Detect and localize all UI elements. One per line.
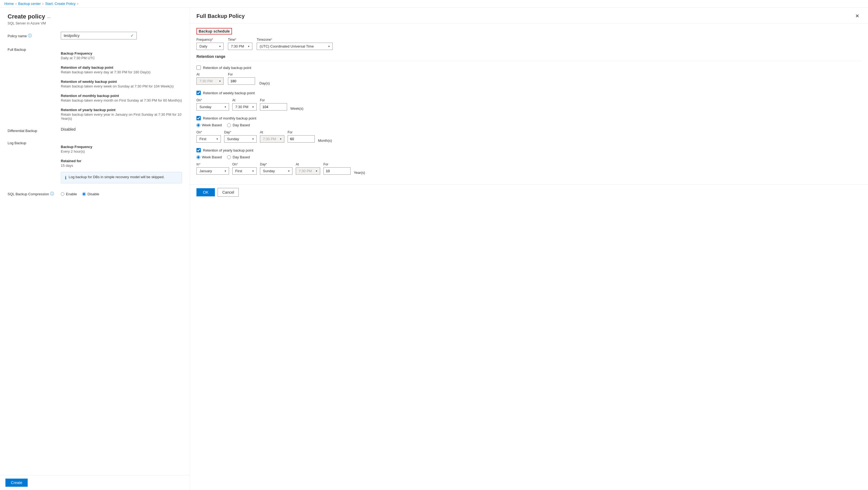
monthly-retention-fields: On* First ▾ Day* Sun <box>196 130 862 143</box>
daily-retention-fields: At 7:30 PM ▾ For 180 Day(s) <box>196 73 862 85</box>
weekly-on-dropdown[interactable]: Sunday ▾ <box>196 103 229 111</box>
monthly-retention-header: Retention of monthly backup point <box>196 116 862 120</box>
yearly-day-based-label[interactable]: Day Based <box>227 155 250 159</box>
yearly-week-based-radio[interactable] <box>196 155 200 159</box>
weekly-at-dropdown[interactable]: 7:30 PM ▾ <box>232 103 257 111</box>
disable-radio-label[interactable]: Disable <box>82 192 99 196</box>
log-backup-frequency-label: Backup Frequency <box>61 145 182 149</box>
full-backup-section: Full Backup Backup Frequency Daily at 7:… <box>8 46 182 121</box>
daily-for-input[interactable]: 180 <box>228 78 255 85</box>
full-backup-yearly-retention-label: Retention of yearly backup point <box>61 108 182 112</box>
monthly-day-based-label[interactable]: Day Based <box>227 123 250 127</box>
retention-range-label: Retention range <box>196 54 862 59</box>
yearly-day-label: Day* <box>260 163 292 166</box>
right-panel: Full Backup Policy ✕ Backup schedule Fre… <box>190 8 868 490</box>
disable-radio[interactable] <box>82 192 86 196</box>
full-backup-daily-retention-label: Retention of daily backup point <box>61 65 182 69</box>
yearly-day-value: Sunday <box>263 169 275 173</box>
yearly-day-dropdown[interactable]: Sunday ▾ <box>260 167 292 175</box>
daily-retention-item: Retention of daily backup point At 7:30 … <box>196 65 862 85</box>
frequency-label: Frequency* <box>196 38 224 41</box>
weekly-for-field: For 104 <box>260 98 287 111</box>
time-required: * <box>235 38 236 41</box>
policy-name-info-icon[interactable]: ⓘ <box>28 33 32 38</box>
yearly-retention-checkbox[interactable] <box>196 148 201 152</box>
weekly-unit: Week(s) <box>290 105 303 111</box>
breadcrumb-home[interactable]: Home <box>4 2 14 6</box>
monthly-day-required: * <box>230 131 231 134</box>
log-backup-info-text: Log backup for DBs in simple recovery mo… <box>69 175 164 179</box>
close-button[interactable]: ✕ <box>853 12 862 20</box>
yearly-at-field: At 7:30 PM ▾ <box>296 163 320 175</box>
monthly-for-input[interactable]: 60 <box>288 135 315 143</box>
policy-name-label: Policy name <box>8 34 27 38</box>
info-icon: ℹ <box>65 175 66 180</box>
weekly-retention-label: Retention of weekly backup point <box>203 91 255 95</box>
frequency-field-group: Frequency* Daily ▾ <box>196 38 224 50</box>
cancel-button[interactable]: Cancel <box>218 188 239 197</box>
sql-compression-label: SQL Backup Compression <box>8 192 49 196</box>
create-button[interactable]: Create <box>5 479 28 487</box>
timezone-dropdown[interactable]: (UTC) Coordinated Universal Time ▾ <box>257 42 333 50</box>
yearly-retention-fields: In* January ▾ On* Fi <box>196 162 862 175</box>
chevron-down-icon: ▾ <box>248 45 249 48</box>
time-dropdown[interactable]: 7:30 PM ▾ <box>228 42 252 50</box>
monthly-type-options: Week Based Day Based <box>196 123 862 127</box>
enable-radio-label[interactable]: Enable <box>61 192 77 196</box>
monthly-day-based-radio[interactable] <box>227 123 231 127</box>
time-label: Time* <box>228 38 252 41</box>
weekly-on-required: * <box>201 98 202 102</box>
policy-name-input[interactable]: testpolicy ✓ <box>61 32 137 39</box>
full-backup-frequency-label: Backup Frequency <box>61 51 182 55</box>
sql-compression-info-icon[interactable]: ⓘ <box>50 192 54 196</box>
timezone-field-group: Timezone* (UTC) Coordinated Universal Ti… <box>257 38 333 50</box>
differential-backup-value: Disabled <box>61 127 75 132</box>
chevron-down-icon: ▾ <box>280 138 281 140</box>
monthly-on-dropdown[interactable]: First ▾ <box>196 135 221 143</box>
yearly-week-based-label[interactable]: Week Based <box>196 155 222 159</box>
full-backup-frequency-value: Daily at 7:30 PM UTC <box>61 56 182 60</box>
breadcrumb-backup-center[interactable]: Backup center <box>18 2 41 6</box>
weekly-for-input[interactable]: 104 <box>260 103 287 111</box>
yearly-on-dropdown[interactable]: First ▾ <box>232 167 257 175</box>
weekly-at-field: At 7:30 PM ▾ <box>232 98 257 111</box>
weekly-retention-fields: On* Sunday ▾ At 7:30 PM ▾ <box>196 98 862 111</box>
yearly-in-field: In* January ▾ <box>196 163 229 175</box>
monthly-retention-checkbox[interactable] <box>196 116 201 120</box>
daily-retention-checkbox[interactable] <box>196 65 201 70</box>
monthly-week-based-label[interactable]: Week Based <box>196 123 222 127</box>
ok-button[interactable]: OK <box>196 188 215 196</box>
timezone-required: * <box>271 38 272 41</box>
log-backup-section: Log Backup Backup Frequency Every 2 hour… <box>8 139 182 183</box>
yearly-on-label: On* <box>232 163 257 166</box>
yearly-for-input[interactable]: 10 <box>323 167 350 175</box>
monthly-day-dropdown[interactable]: Sunday ▾ <box>224 135 257 143</box>
monthly-day-value: Sunday <box>227 137 239 141</box>
yearly-unit: Year(s) <box>354 169 365 175</box>
yearly-retention-header: Retention of yearly backup point <box>196 148 862 152</box>
yearly-week-based-text: Week Based <box>202 155 222 159</box>
frequency-dropdown[interactable]: Daily ▾ <box>196 42 224 50</box>
weekly-retention-checkbox[interactable] <box>196 91 201 95</box>
daily-for-label: For <box>228 73 255 76</box>
yearly-day-based-radio[interactable] <box>227 155 231 159</box>
timezone-value: (UTC) Coordinated Universal Time <box>260 44 314 48</box>
schedule-fields-row: Frequency* Daily ▾ Time* 7:30 PM <box>196 38 862 50</box>
right-bottom-actions: OK Cancel <box>190 184 868 200</box>
monthly-for-label: For <box>288 131 315 134</box>
page-title: Create policy <box>8 13 45 20</box>
yearly-day-field: Day* Sunday ▾ <box>260 163 292 175</box>
more-options-icon[interactable]: ... <box>47 15 51 19</box>
full-backup-monthly-retention-text: Retain backup taken every month on First… <box>61 98 182 103</box>
weekly-for-label: For <box>260 98 287 102</box>
backup-schedule-section: Backup schedule Frequency* Daily ▾ T <box>196 28 862 50</box>
chevron-down-icon: ▾ <box>225 106 226 108</box>
time-value: 7:30 PM <box>231 44 244 48</box>
full-backup-weekly-retention-text: Retain backup taken every week on Sunday… <box>61 84 182 88</box>
enable-radio[interactable] <box>61 192 64 196</box>
monthly-week-based-radio[interactable] <box>196 123 200 127</box>
yearly-on-required: * <box>237 163 238 166</box>
daily-at-field: At 7:30 PM ▾ <box>196 73 224 85</box>
breadcrumb-sep3: › <box>77 2 78 6</box>
yearly-in-dropdown[interactable]: January ▾ <box>196 167 229 175</box>
